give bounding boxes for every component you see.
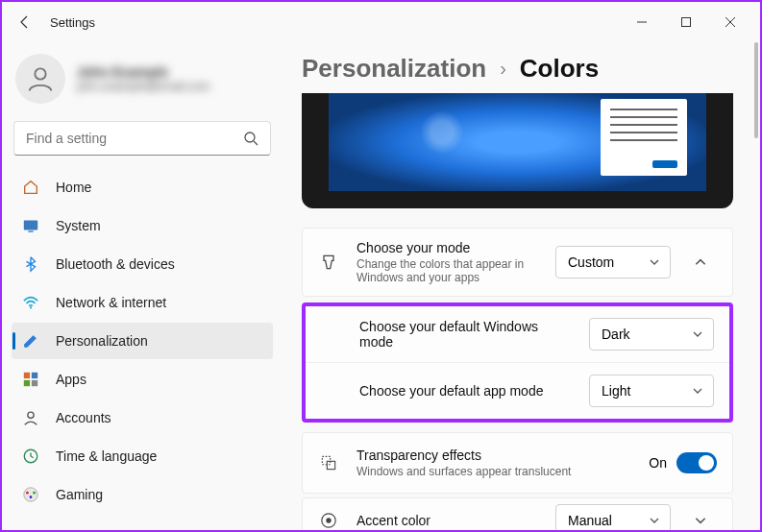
maximize-button[interactable] [664, 7, 708, 37]
transparency-toggle[interactable] [676, 452, 717, 473]
sidebar-item-label: Home [56, 180, 91, 195]
sidebar-item-label: Personalization [56, 333, 148, 349]
svg-rect-9 [32, 373, 37, 378]
search-input[interactable] [26, 131, 243, 146]
svg-rect-5 [24, 221, 37, 230]
svg-point-3 [245, 133, 255, 142]
accent-color-icon [318, 510, 339, 531]
search-box[interactable] [13, 121, 271, 156]
annotation-highlight: Choose your default Windows mode Dark Ch… [302, 302, 733, 423]
sidebar-item-network[interactable]: Network & internet [12, 284, 273, 321]
chevron-down-icon [649, 256, 660, 268]
brush-icon [318, 252, 339, 273]
svg-point-15 [26, 492, 29, 495]
window-title: Settings [50, 15, 95, 30]
svg-rect-11 [32, 380, 37, 386]
nav-list: Home System Bluetooth & devices Network … [12, 169, 273, 513]
windows-mode-dropdown[interactable]: Dark [589, 318, 714, 351]
profile-block[interactable]: John Example john.example@email.com [12, 46, 273, 117]
app-mode-dropdown[interactable]: Light [589, 375, 714, 407]
setting-card-mode: Choose your mode Change the colors that … [302, 228, 733, 297]
system-icon [21, 216, 40, 235]
time-icon [21, 447, 40, 466]
sidebar: John Example john.example@email.com Home… [2, 42, 283, 532]
setting-desc: Change the colors that appear in Windows… [356, 257, 555, 284]
setting-card-accent: Accent color Manual [302, 497, 733, 532]
setting-row-accent[interactable]: Accent color Manual [303, 498, 732, 532]
svg-point-14 [24, 488, 37, 501]
chevron-right-icon: › [500, 58, 506, 80]
sidebar-item-personalization[interactable]: Personalization [12, 323, 273, 359]
setting-title: Choose your default Windows mode [359, 319, 552, 350]
breadcrumb-parent[interactable]: Personalization [302, 54, 486, 84]
setting-card-transparency: Transparency effects Windows and surface… [302, 432, 733, 494]
setting-row-app-mode[interactable]: Choose your default app mode Light [306, 362, 729, 419]
sidebar-item-label: Bluetooth & devices [56, 256, 175, 272]
profile-email: john.example@email.com [77, 80, 209, 93]
sidebar-item-label: Accounts [56, 410, 111, 425]
svg-line-4 [254, 141, 258, 145]
back-button[interactable] [13, 11, 37, 34]
page-title: Colors [520, 54, 599, 84]
sidebar-item-bluetooth[interactable]: Bluetooth & devices [12, 246, 273, 282]
sidebar-item-home[interactable]: Home [12, 169, 273, 206]
setting-title: Transparency effects [356, 447, 649, 463]
minimize-button[interactable] [620, 7, 664, 37]
apps-icon [21, 370, 40, 389]
svg-point-16 [33, 492, 36, 495]
profile-name: John Example [77, 64, 209, 80]
theme-preview [302, 93, 733, 208]
svg-rect-10 [24, 380, 30, 386]
sidebar-item-apps[interactable]: Apps [12, 361, 273, 398]
search-icon [243, 131, 258, 146]
transparency-icon [318, 452, 339, 473]
svg-point-21 [326, 518, 331, 522]
mode-dropdown[interactable]: Custom [555, 246, 671, 278]
sidebar-item-label: System [56, 218, 101, 233]
setting-row-windows-mode[interactable]: Choose your default Windows mode Dark [306, 306, 729, 362]
setting-title: Choose your mode [356, 240, 555, 255]
chevron-down-icon [692, 328, 703, 340]
svg-point-12 [28, 412, 34, 418]
svg-point-17 [30, 496, 33, 498]
svg-rect-8 [24, 373, 30, 378]
gaming-icon [21, 485, 40, 504]
bluetooth-icon [21, 254, 40, 274]
sidebar-item-label: Network & internet [56, 295, 166, 310]
sidebar-item-label: Gaming [56, 487, 103, 502]
home-icon [21, 178, 40, 197]
sidebar-item-label: Apps [56, 372, 86, 387]
accent-dropdown[interactable]: Manual [555, 504, 671, 532]
setting-row-mode[interactable]: Choose your mode Change the colors that … [303, 229, 732, 296]
sidebar-item-time[interactable]: Time & language [12, 438, 273, 474]
svg-rect-19 [327, 461, 334, 469]
close-button[interactable] [708, 7, 752, 37]
chevron-down-icon [692, 385, 703, 397]
collapse-button[interactable] [684, 246, 717, 278]
chevron-down-icon [694, 514, 707, 527]
scrollbar[interactable] [754, 42, 758, 138]
accounts-icon [21, 408, 40, 427]
chevron-up-icon [694, 255, 707, 269]
svg-rect-18 [322, 456, 330, 464]
setting-title: Choose your default app mode [359, 383, 552, 399]
preview-window [601, 99, 687, 176]
expand-button[interactable] [684, 504, 717, 532]
setting-title: Accent color [356, 513, 555, 528]
sidebar-item-gaming[interactable]: Gaming [12, 476, 273, 513]
personalization-icon [21, 331, 40, 351]
svg-point-2 [35, 68, 45, 79]
avatar [15, 54, 65, 104]
main-content: Personalization › Colors Choose your mod… [283, 42, 760, 532]
sidebar-item-label: Time & language [56, 448, 157, 464]
wifi-icon [21, 293, 40, 312]
titlebar: Settings [2, 2, 760, 42]
chevron-down-icon [649, 515, 660, 526]
sidebar-item-accounts[interactable]: Accounts [12, 399, 273, 436]
sidebar-item-system[interactable]: System [12, 207, 273, 244]
setting-desc: Windows and surfaces appear translucent [356, 465, 649, 478]
toggle-state-label: On [649, 455, 667, 471]
svg-point-7 [30, 306, 32, 308]
setting-row-transparency[interactable]: Transparency effects Windows and surface… [303, 433, 732, 493]
svg-rect-1 [682, 18, 691, 27]
